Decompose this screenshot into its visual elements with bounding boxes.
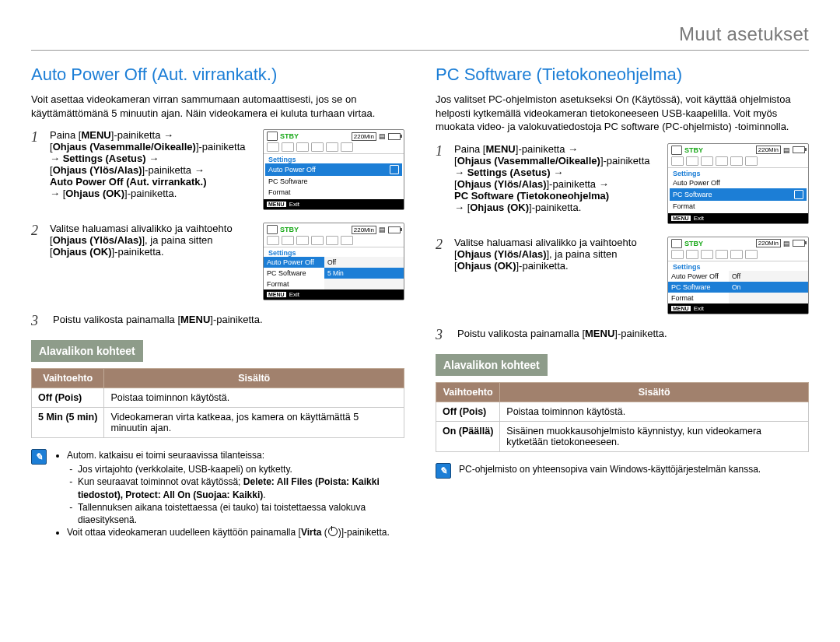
right-step-2: 2 Valitse haluamasi alivalikko ja vaihto…	[436, 237, 809, 319]
signal-icon: ▤	[379, 226, 386, 233]
sd-icon	[267, 225, 278, 234]
battery-icon	[388, 133, 401, 140]
step-number: 3	[31, 313, 45, 329]
left-step-1: 1 Paina [MENU]-painiketta → [Ohjaus (Vas…	[31, 129, 404, 215]
right-step-3: 3 Poistu valikosta painamalla [MENU]-pai…	[436, 327, 809, 343]
step-body: Valitse haluamasi alivalikko ja vaihtoeh…	[50, 223, 252, 305]
right-shot-1: STBY220Min▤ Settings Auto Power Off PC S…	[667, 143, 809, 229]
signal-icon: ▤	[783, 240, 790, 247]
col-left: Auto Power Off (Aut. virrankatk.) Voit a…	[31, 65, 404, 539]
note-icon: ✎	[31, 449, 47, 465]
col-right: PC Software (Tietokoneohjelma) Jos valit…	[436, 65, 809, 539]
left-step-2: 2 Valitse haluamasi alivalikko ja vaihto…	[31, 223, 404, 305]
right-shot-2: STBY220Min▤ Settings Auto Power Off PC S…	[667, 237, 809, 319]
left-banner: Alavalikon kohteet	[31, 340, 143, 362]
page: Muut asetukset Auto Power Off (Aut. virr…	[31, 23, 809, 539]
table-row: Off (Pois)Poistaa toiminnon käytöstä.	[32, 388, 404, 408]
signal-icon: ▤	[783, 146, 790, 154]
right-step-1: 1 Paina [MENU]-painiketta → [Ohjaus (Vas…	[436, 143, 809, 229]
battery-icon	[793, 240, 805, 247]
step-number: 3	[436, 327, 450, 343]
power-icon	[328, 527, 338, 536]
note-icon: ✎	[436, 463, 451, 479]
page-header-title: Muut asetukset	[679, 23, 809, 44]
step-body: Paina [MENU]-painiketta → [Ohjaus (Vasem…	[454, 143, 656, 229]
step-body: Paina [MENU]-painiketta → [Ohjaus (Vasem…	[50, 129, 252, 215]
sd-icon	[671, 146, 682, 155]
left-step-3: 3 Poistu valikosta painamalla [MENU]-pai…	[31, 313, 404, 329]
step-body: Valitse haluamasi alivalikko ja vaihtoeh…	[454, 237, 656, 319]
left-intro: Voit asettaa videokameran virran sammuma…	[31, 93, 404, 120]
table-row: 5 Min (5 min)Videokameran virta katkeaa,…	[32, 408, 404, 438]
step-number: 1	[436, 143, 450, 229]
row-icon	[794, 190, 803, 199]
step-body: Poistu valikosta painamalla [MENU]-paini…	[457, 327, 809, 343]
signal-icon: ▤	[379, 132, 386, 140]
right-intro: Jos valitset PC-ohjelmiston asetukseksi …	[436, 93, 809, 134]
right-steps: 1 Paina [MENU]-painiketta → [Ohjaus (Vas…	[436, 143, 809, 343]
step-number: 2	[436, 237, 450, 319]
left-note: ✎ Autom. katkaisu ei toimi seuraavissa t…	[31, 449, 404, 539]
step-body: Poistu valikosta painamalla [MENU]-paini…	[53, 313, 404, 329]
right-banner: Alavalikon kohteet	[436, 354, 548, 376]
left-shot-2: STBY220Min▤ Settings Auto Power Off PC S…	[263, 223, 404, 305]
columns: Auto Power Off (Aut. virrankatk.) Voit a…	[31, 65, 809, 539]
left-section-title: Auto Power Off (Aut. virrankatk.)	[31, 65, 404, 85]
step-number: 2	[31, 223, 45, 305]
left-shot-1: STBY220Min▤ Settings Auto Power Off PC S…	[263, 129, 404, 215]
right-section-title: PC Software (Tietokoneohjelma)	[436, 65, 809, 85]
table-row: Off (Pois)Poistaa toiminnon käytöstä.	[436, 402, 809, 421]
page-header: Muut asetukset	[31, 23, 809, 51]
step-number: 1	[31, 129, 45, 215]
right-table: VaihtoehtoSisältö Off (Pois)Poistaa toim…	[436, 382, 809, 452]
left-table: VaihtoehtoSisältö Off (Pois)Poistaa toim…	[31, 368, 404, 438]
sd-icon	[671, 239, 682, 248]
right-note: ✎ PC-ohjelmisto on yhteensopiva vain Win…	[436, 463, 809, 479]
battery-icon	[793, 146, 805, 153]
battery-icon	[388, 226, 401, 233]
table-row: On (Päällä)Sisäinen muokkausohjelmisto k…	[436, 421, 809, 451]
row-icon	[390, 165, 399, 174]
left-steps: 1 Paina [MENU]-painiketta → [Ohjaus (Vas…	[31, 129, 404, 329]
sd-icon	[267, 132, 278, 141]
